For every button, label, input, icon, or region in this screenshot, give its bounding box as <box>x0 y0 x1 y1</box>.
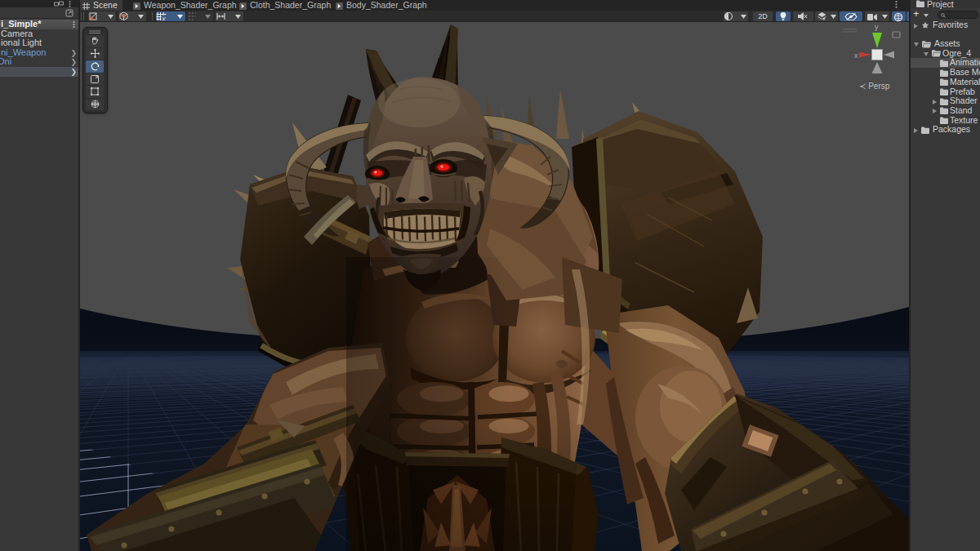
svg-text:≺ Persp: ≺ Persp <box>859 82 890 91</box>
svg-text:x: x <box>854 51 858 60</box>
svg-text:y: y <box>875 23 879 31</box>
svg-text:Y: Y <box>163 16 166 21</box>
